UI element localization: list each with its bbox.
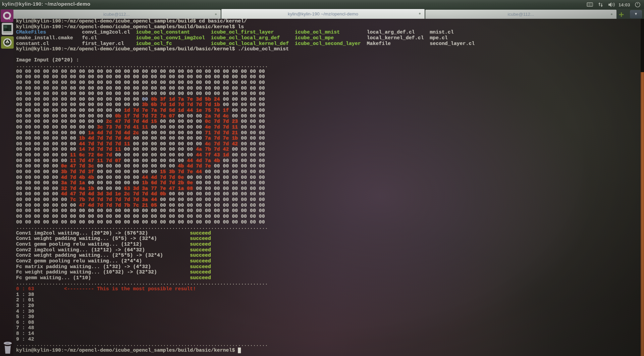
- svg-text:14:03: 14:03: [619, 2, 630, 7]
